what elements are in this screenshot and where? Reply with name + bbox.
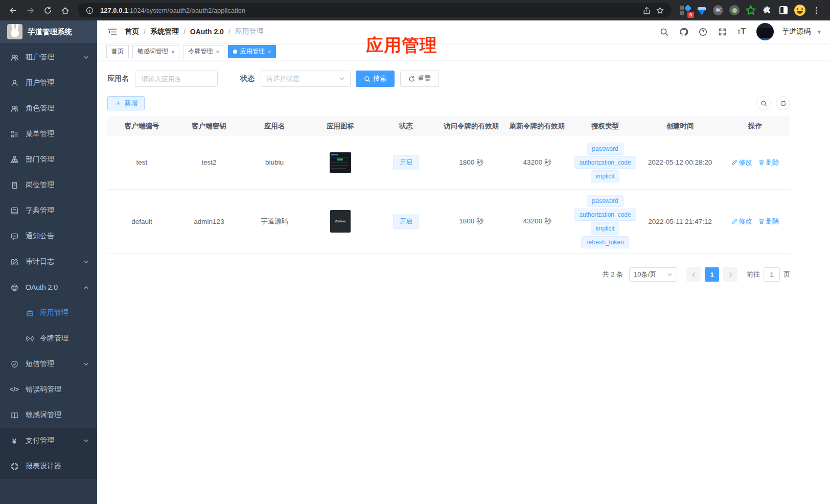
fullscreen-icon[interactable] xyxy=(714,24,730,39)
cell-created-time: 2022-05-12 00:28:20 xyxy=(640,158,720,166)
current-page-button[interactable]: 1 xyxy=(705,267,719,282)
sensitive-icon xyxy=(10,411,18,419)
close-icon[interactable]: × xyxy=(216,49,219,55)
oauth-icon xyxy=(10,283,18,291)
sidebar-item-label: 应用管理 xyxy=(40,308,89,317)
tab-令牌管理[interactable]: 令牌管理× xyxy=(183,45,224,58)
sidebar-item-report[interactable]: 报表设计器 xyxy=(0,453,97,479)
bookmark-star-icon[interactable] xyxy=(653,4,666,17)
page-unit-label: 页 xyxy=(783,270,790,279)
edit-button[interactable]: 修改 xyxy=(731,217,752,226)
search-button[interactable]: 搜索 xyxy=(356,71,395,87)
status-select[interactable]: 请选择状态 xyxy=(261,71,351,87)
search-icon[interactable] xyxy=(656,24,672,39)
site-info-icon[interactable] xyxy=(83,4,96,17)
sidebar-item-user[interactable]: 用户管理 xyxy=(0,70,97,96)
extension-strip: 9 ⌘ xyxy=(677,3,825,18)
help-icon[interactable] xyxy=(695,24,710,39)
sidebar-item-oauth2[interactable]: OAuth 2.0 xyxy=(0,274,97,300)
toggle-search-button[interactable] xyxy=(756,96,771,110)
sidebar-item-role[interactable]: 角色管理 xyxy=(0,96,97,121)
home-icon[interactable] xyxy=(57,3,73,18)
cell-refresh-ttl: 43200 秒 xyxy=(504,217,570,226)
tab-应用管理[interactable]: 应用管理× xyxy=(228,45,276,58)
font-size-icon[interactable]: TT xyxy=(734,24,749,39)
back-icon[interactable] xyxy=(5,3,20,18)
sidebar-item-dept[interactable]: 部门管理 xyxy=(0,147,97,172)
close-icon[interactable]: × xyxy=(268,49,271,55)
profile-avatar-icon[interactable] xyxy=(794,5,805,16)
active-dot xyxy=(233,50,237,54)
sidebar-item-audit[interactable]: 审计日志 xyxy=(0,249,97,274)
cell-app-icon: GitHub xyxy=(307,210,374,233)
goto-page-input[interactable] xyxy=(764,267,780,282)
add-button[interactable]: ＋ 新增 xyxy=(107,96,145,110)
breadcrumb-item[interactable]: OAuth 2.0 xyxy=(190,28,224,36)
sidebar-item-errcode[interactable]: </>错误码管理 xyxy=(0,377,97,402)
reader-mode-icon[interactable] xyxy=(778,5,789,16)
sidebar-item-label: 岗位管理 xyxy=(26,180,89,190)
recorder-extension-icon[interactable] xyxy=(729,5,740,16)
sidebar-item-dict[interactable]: 字典管理 xyxy=(0,198,97,223)
edit-icon xyxy=(731,159,737,166)
extension-badge: 9 xyxy=(687,12,694,18)
sidebar-item-sensitive[interactable]: 敏感词管理 xyxy=(0,402,97,428)
tab-敏感词管理[interactable]: 敏感词管理× xyxy=(132,45,179,58)
table-row: defaultadmin123芋道源码GitHub开启1800 秒43200 秒… xyxy=(107,190,790,254)
app-name-input[interactable] xyxy=(135,71,218,87)
breadcrumb-item[interactable]: 首页 xyxy=(125,27,139,36)
sidebar-item-pay[interactable]: ¥支付管理 xyxy=(0,428,97,453)
report-icon xyxy=(10,462,18,470)
chevron-down-icon xyxy=(339,76,345,82)
browser-menu-icon[interactable] xyxy=(811,3,822,18)
sidebar-item-notice[interactable]: 通知公告 xyxy=(0,223,97,249)
reload-icon[interactable] xyxy=(40,3,55,18)
chevron-down-icon xyxy=(667,272,673,278)
cell-client-id: test xyxy=(107,158,176,166)
github-icon[interactable] xyxy=(676,24,691,39)
address-bar[interactable]: 127.0.0.1:1024/system/oauth2/oauth2/appl… xyxy=(78,3,672,17)
tab-label: 令牌管理 xyxy=(188,47,213,56)
forward-icon[interactable] xyxy=(22,3,38,18)
breadcrumb-item[interactable]: 系统管理 xyxy=(150,27,179,36)
close-icon[interactable]: × xyxy=(171,49,174,55)
sidebar-item-label: 通知公告 xyxy=(26,232,89,241)
post-icon xyxy=(10,181,18,189)
gem-extension-icon[interactable] xyxy=(696,5,707,16)
sidebar-item-oauth2-app[interactable]: 应用管理 xyxy=(0,300,97,326)
green-star-extension-icon[interactable] xyxy=(745,5,756,16)
extension-blocks-icon[interactable]: 9 xyxy=(680,5,691,16)
applications-table: 客户端编号客户端密钥应用名应用图标状态访问令牌的有效期刷新令牌的有效期授权类型创… xyxy=(107,117,790,254)
breadcrumb-separator: / xyxy=(228,28,230,36)
app-logo[interactable]: 芋道管理系统 xyxy=(0,20,97,43)
prev-page-button[interactable] xyxy=(686,267,701,282)
refresh-table-button[interactable] xyxy=(776,96,790,110)
edit-button[interactable]: 修改 xyxy=(731,158,752,167)
sidebar-item-label: 短信管理 xyxy=(26,359,83,369)
sidebar-item-label: OAuth 2.0 xyxy=(26,283,83,291)
page-size-select[interactable]: 10条/页 xyxy=(629,267,677,282)
reset-button[interactable]: 重置 xyxy=(400,71,439,87)
sidebar-item-post[interactable]: 岗位管理 xyxy=(0,172,97,198)
share-icon[interactable] xyxy=(640,4,653,17)
extensions-puzzle-icon[interactable] xyxy=(762,5,773,16)
next-page-button[interactable] xyxy=(723,267,737,282)
command-extension-icon[interactable]: ⌘ xyxy=(712,5,724,16)
tab-首页[interactable]: 首页 xyxy=(106,45,129,58)
user-avatar[interactable] xyxy=(756,23,774,40)
delete-button[interactable]: 删除 xyxy=(758,158,779,167)
sidebar-fold-icon[interactable] xyxy=(103,23,121,40)
cell-actions: 修改删除 xyxy=(720,158,790,167)
sidebar-item-menu[interactable]: 菜单管理 xyxy=(0,121,97,147)
cell-app-icon xyxy=(307,152,374,173)
url-text: 127.0.0.1:1024/system/oauth2/oauth2/appl… xyxy=(100,7,640,14)
user-caret-icon[interactable]: ▼ xyxy=(817,29,822,35)
sidebar-item-sms[interactable]: 短信管理 xyxy=(0,351,97,377)
sidebar-item-oauth2-token[interactable]: 令牌管理 xyxy=(0,326,97,351)
sidebar-item-label: 租户管理 xyxy=(26,53,83,62)
sidebar-item-tenant[interactable]: 租户管理 xyxy=(0,44,97,70)
cell-client-id: default xyxy=(107,218,176,225)
breadcrumb-item: 应用管理 xyxy=(235,27,264,36)
column-header: 应用图标 xyxy=(307,122,374,131)
delete-button[interactable]: 删除 xyxy=(758,217,779,226)
